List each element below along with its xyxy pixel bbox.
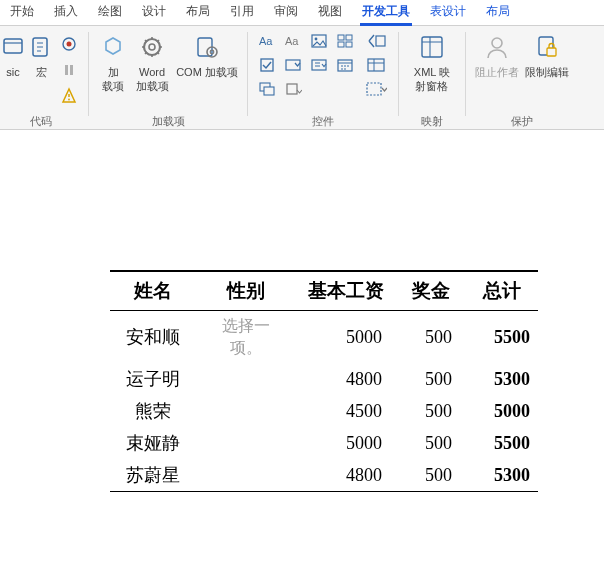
com-addins-button[interactable]: COM 加载项 [173, 29, 241, 93]
tab-review[interactable]: 审阅 [264, 0, 308, 26]
cell-bonus[interactable]: 500 [396, 311, 466, 364]
tab-draw[interactable]: 绘图 [88, 0, 132, 26]
cell-bonus[interactable]: 500 [396, 395, 466, 427]
tab-home[interactable]: 开始 [0, 0, 44, 26]
visual-basic-label: sic [6, 65, 19, 93]
svg-point-15 [315, 38, 318, 41]
tab-table-design[interactable]: 表设计 [420, 0, 476, 26]
com-addins-label: COM 加载项 [176, 65, 238, 93]
cell-total[interactable]: 5300 [466, 363, 538, 395]
macros-icon [27, 33, 55, 61]
cell-bonus[interactable]: 500 [396, 459, 466, 492]
th-base: 基本工资 [296, 271, 396, 311]
tab-insert[interactable]: 插入 [44, 0, 88, 26]
cell-gender[interactable] [196, 363, 296, 395]
cell-bonus[interactable]: 500 [396, 363, 466, 395]
cell-base[interactable]: 4800 [296, 363, 396, 395]
svg-rect-30 [422, 37, 442, 57]
svg-rect-22 [312, 60, 326, 70]
rich-text-control-icon[interactable]: Aa [254, 29, 280, 53]
cell-total[interactable]: 5500 [466, 311, 538, 364]
cell-base[interactable]: 4800 [296, 459, 396, 492]
group-sep [398, 32, 399, 116]
addins-button[interactable]: 加 载项 [95, 29, 131, 93]
cell-total[interactable]: 5300 [466, 459, 538, 492]
svg-rect-28 [368, 59, 384, 71]
combo-box-control-icon[interactable] [280, 53, 306, 77]
picture-control-icon[interactable] [306, 29, 332, 53]
svg-point-3 [67, 42, 72, 47]
restrict-editing-label: 限制编辑 [525, 65, 569, 93]
th-name: 姓名 [110, 271, 196, 311]
group-label-controls: 控件 [312, 111, 334, 129]
block-authors-button[interactable]: 阻止作者 [472, 29, 522, 93]
table-row[interactable]: 熊荣 4500 500 5000 [110, 395, 538, 427]
tab-table-layout[interactable]: 布局 [476, 0, 520, 26]
ribbon-group-addins: 加 载项 Word 加载项 COM 加载项 加载项 [91, 26, 245, 129]
salary-table[interactable]: 姓名 性别 基本工资 奖金 总计 安和顺 选择一项。 5000 500 5500… [110, 270, 538, 492]
design-mode-icon[interactable] [360, 29, 392, 53]
addins-icon [99, 33, 127, 61]
dropdown-list-control-icon[interactable] [306, 53, 332, 77]
cell-base[interactable]: 5000 [296, 427, 396, 459]
table-row[interactable]: 运子明 4800 500 5300 [110, 363, 538, 395]
tab-developer[interactable]: 开发工具 [352, 0, 420, 26]
control-properties-icon[interactable] [360, 53, 392, 77]
plain-text-control-icon[interactable]: Aa [280, 29, 306, 53]
xml-mapping-icon [418, 33, 446, 61]
svg-rect-17 [346, 35, 352, 40]
document-canvas[interactable]: 姓名 性别 基本工资 奖金 总计 安和顺 选择一项。 5000 500 5500… [0, 130, 604, 574]
repeating-section-control-icon[interactable] [254, 77, 280, 101]
cell-total[interactable]: 5500 [466, 427, 538, 459]
cell-gender[interactable] [196, 459, 296, 492]
record-macro-icon[interactable] [58, 33, 80, 55]
cell-name[interactable]: 运子明 [110, 363, 196, 395]
xml-mapping-pane-button[interactable]: XML 映 射窗格 [405, 29, 459, 93]
macros-button[interactable]: 宏 [26, 29, 56, 93]
cell-base[interactable]: 5000 [296, 311, 396, 364]
cell-gender[interactable] [196, 395, 296, 427]
word-addins-label: Word 加载项 [136, 65, 169, 93]
cell-total[interactable]: 5000 [466, 395, 538, 427]
ribbon: sic 宏 代码 [0, 26, 604, 130]
tab-layout[interactable]: 布局 [176, 0, 220, 26]
cell-gender-content-control[interactable]: 选择一项。 [196, 311, 296, 364]
cell-name[interactable]: 束娅静 [110, 427, 196, 459]
cell-bonus[interactable]: 500 [396, 427, 466, 459]
checkbox-control-icon[interactable] [254, 53, 280, 77]
table-row[interactable]: 束娅静 5000 500 5500 [110, 427, 538, 459]
group-controls-icon[interactable] [360, 77, 392, 101]
svg-point-8 [149, 44, 155, 50]
macro-security-icon[interactable] [58, 85, 80, 107]
tab-view[interactable]: 视图 [308, 0, 352, 26]
svg-text:Aa: Aa [285, 35, 299, 47]
content-control-placeholder[interactable]: 选择一项。 [222, 317, 270, 356]
pause-recording-icon[interactable] [58, 59, 80, 81]
tab-references[interactable]: 引用 [220, 0, 264, 26]
group-label-addins: 加载项 [152, 111, 185, 129]
table-row[interactable]: 安和顺 选择一项。 5000 500 5500 [110, 311, 538, 364]
ribbon-tabs: 开始 插入 绘图 设计 布局 引用 审阅 视图 开发工具 表设计 布局 [0, 0, 604, 26]
group-sep [465, 32, 466, 116]
tab-design[interactable]: 设计 [132, 0, 176, 26]
cell-base[interactable]: 4500 [296, 395, 396, 427]
cell-name[interactable]: 熊荣 [110, 395, 196, 427]
th-gender: 性别 [196, 271, 296, 311]
svg-rect-20 [261, 59, 273, 71]
cell-name[interactable]: 苏蔚星 [110, 459, 196, 492]
svg-rect-4 [65, 65, 68, 75]
cell-gender[interactable] [196, 427, 296, 459]
restrict-editing-button[interactable]: 限制编辑 [522, 29, 572, 93]
ribbon-group-controls: Aa Aa [250, 26, 396, 129]
cell-name[interactable]: 安和顺 [110, 311, 196, 364]
visual-basic-button[interactable]: sic [0, 29, 26, 93]
svg-rect-33 [547, 48, 556, 56]
legacy-tools-icon[interactable] [280, 77, 306, 101]
date-picker-control-icon[interactable] [332, 53, 358, 77]
word-addins-button[interactable]: Word 加载项 [131, 29, 173, 93]
word-addins-icon [138, 33, 166, 61]
th-total: 总计 [466, 271, 538, 311]
building-block-control-icon[interactable] [332, 29, 358, 53]
svg-rect-27 [376, 36, 385, 46]
table-row[interactable]: 苏蔚星 4800 500 5300 [110, 459, 538, 492]
